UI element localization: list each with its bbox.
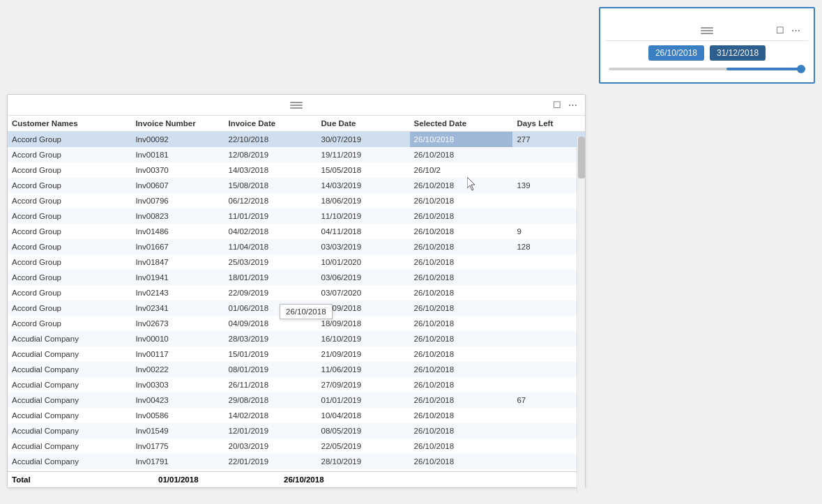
table-row[interactable]: Accord GroupInv0018112/08/201919/11/2019… xyxy=(8,147,585,162)
table-cell: Inv01667 xyxy=(131,239,224,254)
table-cell: 06/12/2018 xyxy=(224,193,317,208)
table-row[interactable]: Accudial CompanyInv0022208/01/201911/06/… xyxy=(8,362,585,377)
panel-drag-handle[interactable] xyxy=(290,102,303,109)
table-cell: 25/03/2019 xyxy=(224,254,317,270)
table-row[interactable]: Accudial CompanyInv0011715/01/201921/09/… xyxy=(8,346,585,362)
end-date-badge[interactable]: 31/12/2018 xyxy=(710,45,766,61)
table-cell xyxy=(512,331,585,346)
table-row[interactable]: Accord GroupInv0079606/12/201818/06/2019… xyxy=(8,193,585,208)
table-cell: 26/10/2018 xyxy=(410,438,513,454)
table-cell: 22/09/2019 xyxy=(224,285,317,300)
date-range-widget: ☐ ⋯ 26/10/2018 31/12/2018 xyxy=(599,7,815,84)
table-cell: 15/08/2018 xyxy=(224,178,317,193)
table-cell: 18/01/2019 xyxy=(224,270,317,285)
table-row[interactable]: Accord GroupInv0082311/01/201911/10/2019… xyxy=(8,208,585,224)
table-cell: 67 xyxy=(512,392,585,408)
table-cell: Inv02673 xyxy=(131,316,224,331)
panel-expand-icon[interactable]: ☐ xyxy=(553,100,564,111)
table-cell: 03/07/2020 xyxy=(317,285,410,300)
footer-selected-date: 26/10/2018 xyxy=(284,475,353,484)
date-range-slider[interactable] xyxy=(606,68,808,70)
table-cell: Accudial Company xyxy=(8,454,131,469)
panel-more-icon[interactable]: ⋯ xyxy=(568,100,579,111)
table-row[interactable]: Accord GroupInv0166711/04/201803/03/2019… xyxy=(8,239,585,254)
table-row[interactable]: Accudial CompanyInv0042329/08/201801/01/… xyxy=(8,392,585,408)
widget-drag-handle[interactable] xyxy=(701,27,713,34)
table-row[interactable]: Accudial CompanyInv0177520/03/201922/05/… xyxy=(8,438,585,454)
table-cell xyxy=(512,285,585,300)
table-cell xyxy=(512,454,585,469)
table-row[interactable]: Accudial CompanyInv0030326/11/201827/09/… xyxy=(8,377,585,392)
table-cell: 26/10/2018 xyxy=(410,423,513,438)
table-row[interactable]: Accudial CompanyInv0154912/01/201908/05/… xyxy=(8,423,585,438)
table-cell: 26/10/2018 xyxy=(410,208,513,224)
table-cell xyxy=(512,254,585,270)
col-header-invoice-date: Invoice Date xyxy=(224,116,317,132)
slider-thumb[interactable] xyxy=(797,65,805,73)
col-header-invoice-number: Invoice Number xyxy=(131,116,224,132)
scrollbar[interactable] xyxy=(577,137,585,492)
table-cell: 03/03/2019 xyxy=(317,239,410,254)
slider-track xyxy=(609,68,805,70)
table-cell: Inv00010 xyxy=(131,331,224,346)
table-row[interactable]: Accord GroupInv0037014/03/201815/05/2018… xyxy=(8,162,585,178)
invoice-table: Customer Names Invoice Number Invoice Da… xyxy=(8,116,585,471)
table-cell: Accudial Company xyxy=(8,438,131,454)
table-cell: 22/05/2019 xyxy=(317,438,410,454)
table-cell: Accord Group xyxy=(8,178,131,193)
table-row[interactable]: Accord GroupInv0194118/01/201903/06/2019… xyxy=(8,270,585,285)
more-icon[interactable]: ⋯ xyxy=(791,25,802,36)
table-cell: 26/10/2018 xyxy=(410,331,513,346)
table-cell: 04/11/2018 xyxy=(317,224,410,239)
table-cell: Inv00370 xyxy=(131,162,224,178)
table-cell: Inv00823 xyxy=(131,208,224,224)
table-cell: 22/01/2019 xyxy=(224,454,317,469)
table-row[interactable]: Accudial CompanyInv0058614/02/201810/04/… xyxy=(8,408,585,423)
table-row[interactable]: Accord GroupInv0267304/09/201818/09/2018… xyxy=(8,316,585,331)
table-header: Customer Names Invoice Number Invoice Da… xyxy=(8,116,585,132)
table-cell: 26/10/2018 xyxy=(410,224,513,239)
table-row[interactable]: Accudial CompanyInv0183723/08/201824/04/… xyxy=(8,469,585,472)
start-date-badge[interactable]: 26/10/2018 xyxy=(648,45,704,61)
table-cell: 11/06/2019 xyxy=(317,362,410,377)
table-row[interactable]: Accord GroupInv0234101/06/201810/09/2018… xyxy=(8,300,585,316)
table-cell: 10/01/2020 xyxy=(317,254,410,270)
widget-icons: ☐ ⋯ xyxy=(776,25,802,36)
table-cell: 26/10/2018 xyxy=(410,193,513,208)
table-cell: 10/09/2018 xyxy=(317,300,410,316)
table-cell xyxy=(512,316,585,331)
table-cell xyxy=(512,346,585,362)
table-cell xyxy=(512,270,585,285)
col-header-days-left: Days Left xyxy=(512,116,585,132)
table-cell xyxy=(512,208,585,224)
table-row[interactable]: Accord GroupInv0214322/09/201903/07/2020… xyxy=(8,285,585,300)
table-cell: Inv01791 xyxy=(131,454,224,469)
table-container[interactable]: Customer Names Invoice Number Invoice Da… xyxy=(8,116,585,471)
expand-icon[interactable]: ☐ xyxy=(776,25,787,36)
scroll-thumb[interactable] xyxy=(578,137,585,178)
table-cell: Accord Group xyxy=(8,239,131,254)
table-row[interactable]: Accudial CompanyInv0001028/03/201916/10/… xyxy=(8,331,585,346)
table-row[interactable]: Accord GroupInv0060715/08/201814/03/2019… xyxy=(8,178,585,193)
table-cell: 26/10/2018 xyxy=(410,239,513,254)
table-cell: 26/10/2018 xyxy=(410,254,513,270)
table-cell xyxy=(512,438,585,454)
table-cell: 26/10/2 xyxy=(410,162,513,178)
date-badges-container: 26/10/2018 31/12/2018 xyxy=(648,45,766,61)
table-cell: 16/10/2019 xyxy=(317,331,410,346)
table-cell xyxy=(512,147,585,162)
table-row[interactable]: Accord GroupInv0009222/10/201830/07/2019… xyxy=(8,132,585,147)
table-cell: 01/01/2019 xyxy=(317,392,410,408)
col-header-due-date: Due Date xyxy=(317,116,410,132)
table-cell: Accord Group xyxy=(8,193,131,208)
table-cell: Inv02341 xyxy=(131,300,224,316)
footer-invoice-date: 01/01/2018 xyxy=(158,475,221,484)
table-cell xyxy=(512,362,585,377)
table-cell: Accord Group xyxy=(8,254,131,270)
table-cell: 27/09/2019 xyxy=(317,377,410,392)
table-row[interactable]: Accord GroupInv0148604/02/201804/11/2018… xyxy=(8,224,585,239)
table-cell: Accord Group xyxy=(8,270,131,285)
table-row[interactable]: Accord GroupInv0184725/03/201910/01/2020… xyxy=(8,254,585,270)
table-row[interactable]: Accudial CompanyInv0179122/01/201928/10/… xyxy=(8,454,585,469)
col-header-selected-date: Selected Date xyxy=(410,116,513,132)
